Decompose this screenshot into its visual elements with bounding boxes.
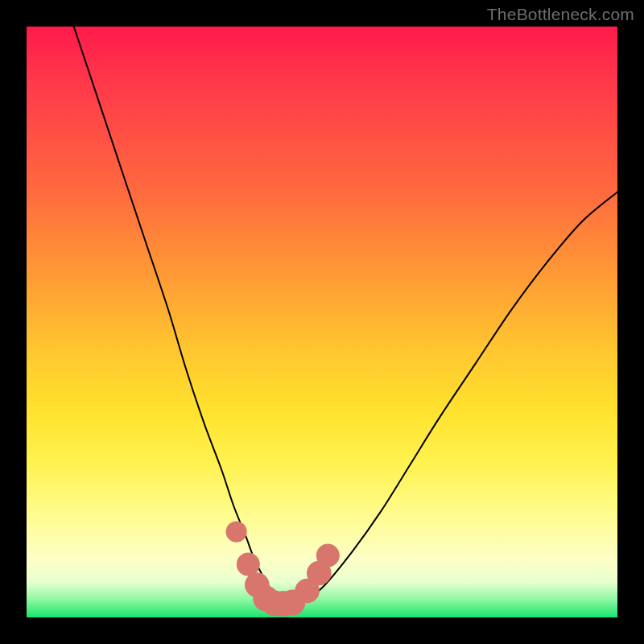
chart-frame: TheBottleneck.com bbox=[0, 0, 644, 644]
highlight-dot bbox=[237, 552, 260, 576]
bottleneck-curve bbox=[74, 27, 617, 603]
curve-layer bbox=[27, 27, 617, 617]
plot-area bbox=[27, 27, 617, 617]
highlight-dot bbox=[226, 522, 247, 543]
highlight-dot bbox=[316, 543, 340, 567]
highlight-dots bbox=[226, 522, 340, 617]
watermark-text: TheBottleneck.com bbox=[487, 5, 634, 24]
